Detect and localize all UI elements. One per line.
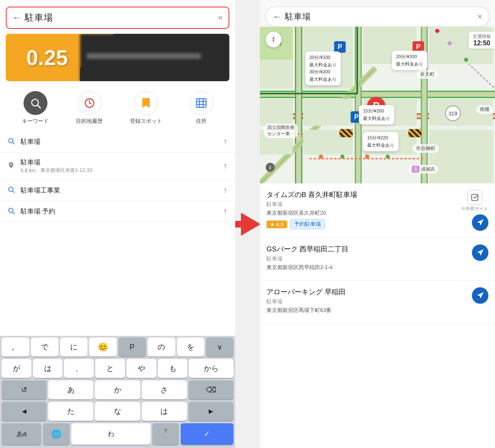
svg-rect-26 xyxy=(355,27,356,183)
key-de[interactable]: で xyxy=(31,338,59,357)
key-undo[interactable]: ↺ xyxy=(2,380,47,399)
address-label: 住所 xyxy=(196,117,207,125)
key-to[interactable]: と xyxy=(95,359,125,378)
quick-action-bookmark[interactable]: 登録スポット xyxy=(130,91,162,125)
key-globe[interactable]: 🌐 xyxy=(43,423,69,445)
result-item-2[interactable]: GSパーク 西早稲田二丁目 駐車場 東京都新宿区西早稲田2-1-4 xyxy=(260,238,495,281)
map-area[interactable]: 319 山公園 交通情報 12:50 P P xyxy=(260,27,495,183)
key-backspace[interactable]: ⌫ xyxy=(189,380,233,399)
label-ichigaya: 市谷柳町 xyxy=(412,144,439,153)
map-info-icon[interactable]: i xyxy=(266,163,275,172)
search-icon-1 xyxy=(7,137,15,146)
result-tags-1: ★ 4.5 予約駐車場 xyxy=(266,219,457,229)
suggestion-title-4: 駐車場 予約 xyxy=(21,207,222,216)
check-button-1[interactable] xyxy=(467,190,482,205)
quick-action-keyword[interactable]: キーワード xyxy=(22,91,49,125)
key-a[interactable]: あ xyxy=(48,380,93,399)
construction-2 xyxy=(408,129,422,137)
callout-1: 20分/¥330最大料金あり30分/¥200最大料金あり xyxy=(305,52,341,85)
nav-button-1[interactable] xyxy=(472,214,488,231)
quick-action-address[interactable]: 住所 xyxy=(189,91,213,125)
external-label-1: ※外部サイト xyxy=(461,206,488,212)
label-kokusai: 国立国際医療センター東 xyxy=(264,124,298,138)
key-wa[interactable]: わ xyxy=(71,423,151,445)
history-icon xyxy=(78,91,101,115)
key-ha[interactable]: は xyxy=(33,359,63,378)
svg-rect-24 xyxy=(301,27,302,183)
key-kara[interactable]: から xyxy=(189,359,233,378)
quick-action-history[interactable]: 目的地履歴 xyxy=(76,91,103,125)
right-clear-button[interactable]: × xyxy=(477,12,482,21)
right-search-input[interactable]: 駐車場 xyxy=(285,11,474,22)
callout-2: 20分/¥330最大料金あり xyxy=(392,51,427,70)
traffic-time: 12:50 xyxy=(473,40,491,47)
keyboard: 。 で に 😊 P の を ∨ が は 、 と や も から ↺ あ か さ ⌫ xyxy=(0,336,235,448)
key-na[interactable]: な xyxy=(95,402,140,421)
key-emoji[interactable]: 😊 xyxy=(89,338,117,357)
keyboard-row-2: が は 、 と や も から xyxy=(0,357,235,379)
compass-button[interactable] xyxy=(266,32,281,47)
callout-3: 15分/¥200最大料金あり xyxy=(359,105,394,124)
result-category-2: 駐車場 xyxy=(266,255,468,263)
svg-point-53 xyxy=(340,155,344,159)
arrow-container xyxy=(235,0,260,448)
suggestion-1[interactable]: 駐車場 ↗ xyxy=(0,131,235,152)
suggestion-2[interactable]: 駐車場 6.8 km 東京都港区赤坂1-12-33 ↗ xyxy=(0,152,235,180)
key-no[interactable]: の xyxy=(148,338,175,357)
svg-text:319: 319 xyxy=(448,110,457,117)
key-ga[interactable]: が xyxy=(2,359,31,378)
left-back-button[interactable]: ← xyxy=(12,12,21,23)
svg-point-56 xyxy=(435,29,439,33)
nav-button-2[interactable] xyxy=(472,244,488,261)
key-mo[interactable]: も xyxy=(158,359,188,378)
left-clear-button[interactable]: × xyxy=(218,13,223,23)
svg-rect-3 xyxy=(196,99,206,108)
search-icon-3 xyxy=(7,186,15,195)
traffic-info-box: 交通情報 12:50 xyxy=(469,32,495,49)
key-comma[interactable]: 、 xyxy=(64,359,94,378)
key-sa[interactable]: さ xyxy=(142,380,187,399)
result-name-2: GSパーク 西早稲田二丁目 xyxy=(266,244,468,254)
arrow-wrap xyxy=(234,213,261,236)
key-wo[interactable]: を xyxy=(177,338,205,357)
key-ya[interactable]: や xyxy=(127,359,156,378)
suggestion-3[interactable]: 駐車場工事業 ↗ xyxy=(0,180,235,201)
key-confirm[interactable]: ✓ xyxy=(181,423,233,445)
left-search-bar[interactable]: ← 駐車場 × xyxy=(6,7,229,29)
suggestions: 駐車場 ↗ 駐車場 6.8 km 東京都港区赤坂1-12-33 ↗ xyxy=(0,131,235,222)
arrow-right xyxy=(241,213,261,236)
key-kana-toggle[interactable]: あa xyxy=(2,423,41,445)
svg-point-54 xyxy=(365,155,369,159)
key-p[interactable]: P xyxy=(118,338,146,357)
key-right[interactable]: ► xyxy=(189,402,233,421)
left-search-input[interactable]: 駐車場 xyxy=(25,12,214,24)
right-search-bar[interactable]: ← 駐車場 × xyxy=(266,7,489,27)
result-address-2: 東京都新宿区西早稲田2-1-4 xyxy=(266,264,468,271)
nav-button-3[interactable] xyxy=(472,287,488,304)
address-icon xyxy=(189,91,213,115)
suggestion-title-1: 駐車場 xyxy=(21,138,222,146)
result-item-3[interactable]: アローパーキング 早稲田 駐車場 東京都新宿区馬場下町63番 xyxy=(260,281,495,324)
key-ta[interactable]: た xyxy=(48,402,93,421)
p-marker-1[interactable]: P xyxy=(334,41,346,53)
keyboard-row-1: 。 で に 😊 P の を ∨ xyxy=(0,336,235,357)
left-panel: ← 駐車場 × 0.25 キーワード 目的地履歴 登録 xyxy=(0,0,235,448)
label-minamienoki: 南榎 xyxy=(476,105,493,114)
key-period[interactable]: 。 xyxy=(2,338,29,357)
result-address-1: 東京都新宿区喜久井町20 xyxy=(266,209,457,217)
suggestion-subtitle-2: 東京都港区赤坂1-12-33 xyxy=(40,167,92,174)
key-punct[interactable]: ?. xyxy=(152,423,179,445)
key-ni[interactable]: に xyxy=(60,338,88,357)
svg-rect-43 xyxy=(260,99,293,126)
key-collapse[interactable]: ∨ xyxy=(206,338,233,357)
svg-rect-47 xyxy=(429,130,493,183)
suggestion-distance-2: 6.8 km xyxy=(21,168,35,174)
svg-marker-64 xyxy=(477,292,484,299)
key-ha2[interactable]: は xyxy=(142,402,187,421)
result-item-1[interactable]: タイムズのB 喜久井町駐車場 駐車場 東京都新宿区喜久井町20 ★ 4.5 予約… xyxy=(260,183,495,238)
key-ka[interactable]: か xyxy=(95,380,140,399)
svg-marker-63 xyxy=(477,249,484,256)
key-left[interactable]: ◄ xyxy=(2,402,47,421)
suggestion-4[interactable]: 駐車場 予約 ↗ xyxy=(0,201,235,222)
right-back-button[interactable]: ← xyxy=(273,12,282,22)
